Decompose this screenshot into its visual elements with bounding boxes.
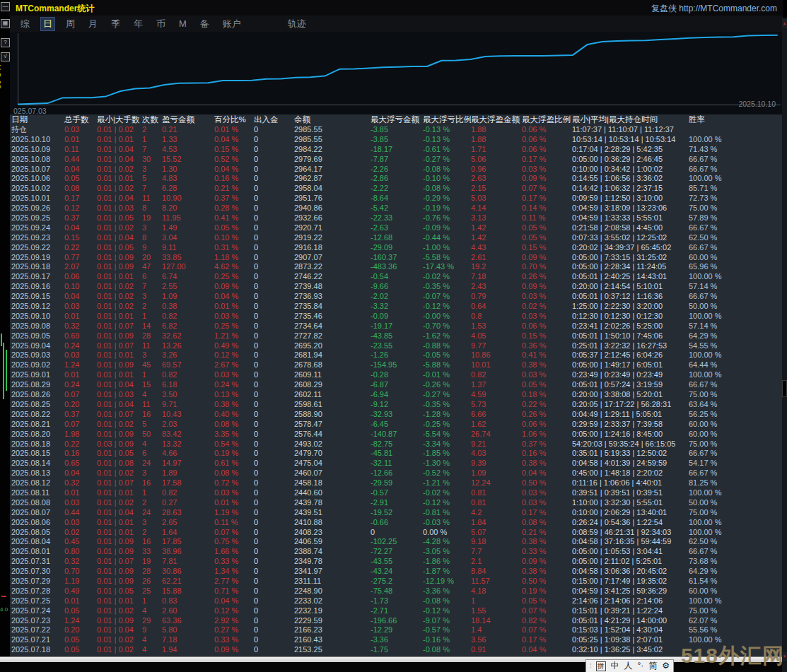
table-row[interactable]: 2025.10.070.040.01 | 0.0231.300.04 %0296… (10, 165, 783, 175)
scrollbar-thumb[interactable] (782, 380, 787, 397)
table-row[interactable]: 2025.08.110.010.01 | 0.0110.820.03 %0244… (10, 488, 783, 498)
table-row[interactable]: 2025.09.120.030.01 | 0.0220.380.01 %0273… (10, 302, 783, 312)
table-row[interactable]: 2025.09.100.010.01 | 0.0110.820.03 %0273… (10, 312, 783, 322)
column-header[interactable]: 余额 (294, 114, 371, 125)
menu-item-M[interactable]: M (176, 18, 190, 30)
column-header[interactable]: 出入金 (254, 114, 294, 125)
column-header[interactable]: 百分比% (214, 114, 254, 125)
ime-pinyin-icon[interactable]: 拼 (596, 661, 606, 671)
table-cell: 4.62 % (214, 262, 254, 272)
table-row[interactable]: 2025.10.010.170.01 | 0.041110.900.37 %02… (10, 194, 783, 204)
column-header[interactable]: 最大浮盈金额 (471, 114, 522, 125)
column-header[interactable]: 最小|平均|最大持仓时间 (572, 114, 689, 125)
table-row[interactable]: 2025.07.180.050.01 | 0.0241.940.09 %0215… (10, 645, 783, 655)
table-row[interactable]: 2025.07.210.050.01 | 0.0247.180.33 %0216… (10, 635, 783, 645)
help-gadget[interactable]: ? (1, 38, 10, 47)
ime-toolbar[interactable]: ⁞ 拼中人°·简⚙ (585, 659, 674, 672)
menu-item-周[interactable]: 周 (63, 17, 78, 31)
table-row[interactable]: 2025.08.050.020.01 | 0.0121.640.07 %0240… (10, 528, 783, 538)
table-row[interactable]: 2025.08.220.370.01 | 0.071610.430.40 %02… (10, 410, 783, 420)
table-row[interactable]: 2025.07.231.240.01 | 0.092963.362.92 %02… (10, 616, 783, 626)
table-row[interactable]: 2025.08.260.070.01 | 0.0343.500.13 %0260… (10, 390, 783, 400)
scroll-up-icon[interactable]: ▲ (782, 19, 787, 28)
menu-item-日[interactable]: 日 (40, 17, 55, 31)
table-row[interactable]: 2025.07.300.700.01 | 0.092830.861.34 %02… (10, 567, 783, 577)
table-row[interactable]: 2025.09.160.100.01 | 0.0272.550.09 %0273… (10, 282, 783, 292)
menu-item-币[interactable]: 币 (153, 17, 168, 31)
column-header[interactable]: 最大浮盈比例 (522, 114, 572, 125)
table-row[interactable]: 2025.08.180.220.03 | 0.09413.320.54 %024… (10, 440, 783, 449)
table-row[interactable]: 2025.08.040.450.01 | 0.091617.850.75 %02… (10, 537, 783, 547)
table-row[interactable]: 2025.07.291.190.01 | 0.092662.212.77 %02… (10, 577, 783, 586)
table-row[interactable]: 2025.09.190.770.01 | 0.092033.851.18 %02… (10, 253, 783, 263)
table-row[interactable]: 持仓0.030.01 | 0.0220.210.01 %02985.55-3.8… (10, 125, 783, 135)
column-header[interactable]: 盈亏金额 (162, 114, 214, 125)
table-row[interactable]: 2025.09.170.060.01 | 0.0166.740.25 %0274… (10, 272, 783, 282)
table-row[interactable]: 2025.07.220.200.01 | 0.0495.800.27 %0216… (10, 625, 783, 635)
table-row[interactable]: 2025.09.260.120.01 | 0.0388.200.28 %0294… (10, 204, 783, 213)
table-row[interactable]: 2025.08.120.320.01 | 0.071617.580.72 %02… (10, 478, 783, 488)
column-header[interactable]: 日期 (11, 114, 64, 125)
table-row[interactable]: 2025.07.310.320.01 | 0.07197.810.33 %023… (10, 557, 783, 567)
check-gadget[interactable]: √ (1, 52, 10, 61)
table-row[interactable]: 2025.08.140.650.01 | 0.082414.970.61 %02… (10, 459, 783, 468)
menu-item-轨迹[interactable]: 轨迹 (285, 17, 309, 31)
table-row[interactable]: 2025.09.230.150.01 | 0.0483.040.10 %0291… (10, 233, 783, 243)
column-header[interactable]: 最小|大手数 (97, 114, 142, 125)
table-row[interactable]: 2025.10.080.440.01 | 0.043015.520.52 %02… (10, 155, 783, 165)
table-row[interactable]: 2025.07.240.050.01 | 0.0242.600.12 %0223… (10, 606, 783, 616)
table-row[interactable]: 2025.08.201.980.01 | 0.095083.423.35 %02… (10, 430, 783, 440)
table-row[interactable]: 2025.09.050.690.01 | 0.092832.621.21 %02… (10, 331, 783, 341)
table-row[interactable]: 2025.08.060.030.01 | 0.0132.650.11 %0241… (10, 518, 783, 528)
table-cell: 2735.46 (294, 312, 371, 322)
table-cell: 50 (142, 430, 162, 440)
ime-simplified-icon[interactable]: 简 (648, 661, 657, 671)
table-row[interactable]: 2025.10.020.080.01 | 0.0276.280.21 %0295… (10, 184, 783, 194)
table-row[interactable]: 2025.08.010.800.01 | 0.093338.961.66 %02… (10, 547, 783, 557)
table-row[interactable]: 2025.08.150.160.01 | 0.0564.660.19 %0247… (10, 449, 783, 459)
table-row[interactable]: 2025.08.290.240.01 | 0.04156.180.24 %026… (10, 380, 783, 390)
ime-chinese-mode-icon[interactable]: 中 (611, 661, 619, 671)
table-row[interactable]: 2025.10.100.010.01 | 0.0111.330.04 %0298… (10, 135, 783, 145)
table-row[interactable]: 2025.09.040.240.01 | 0.071113.260.49 %02… (10, 341, 783, 351)
table-row[interactable]: 2025.09.030.030.01 | 0.0133.260.12 %0268… (10, 350, 783, 360)
table-row[interactable]: 2025.09.250.370.01 | 0.051911.950.41 %02… (10, 213, 783, 223)
scroll-down-icon[interactable]: ▼ (782, 652, 787, 661)
table-row[interactable]: 2025.07.250.010.01 | 0.0110.830.04 %0223… (10, 596, 783, 606)
column-header[interactable]: 最大浮亏金额 (371, 114, 423, 125)
minimize-gadget[interactable]: — (1, 2, 10, 11)
window-gadget[interactable]: ▦ (1, 19, 10, 28)
vertical-scrollbar[interactable]: ▲ ▼ (782, 18, 787, 672)
table-cell: -23.55 (371, 341, 423, 351)
table-row[interactable]: 2025.09.182.070.01 | 0.0947127.004.62 %0… (10, 262, 783, 272)
site-link[interactable]: 复盘侠 http://MTCommander.com (651, 3, 777, 15)
ime-shape-icon[interactable]: 人 (624, 661, 633, 671)
table-row[interactable]: 2025.08.250.200.01 | 0.04119.710.38 %025… (10, 400, 783, 410)
table-row[interactable]: 2025.08.080.030.01 | 0.0220.270.01 %0243… (10, 498, 783, 508)
table-row[interactable]: 2025.08.070.440.01 | 0.042428.631.19 %02… (10, 508, 783, 518)
menu-item-年[interactable]: 年 (131, 17, 146, 31)
ime-settings-icon[interactable]: ⚙ (662, 661, 670, 671)
column-header[interactable]: 胜率 (689, 114, 752, 125)
menu-item-账户[interactable]: 账户 (220, 17, 244, 31)
table-row[interactable]: 2025.09.150.040.01 | 0.0231.090.04 %0273… (10, 292, 783, 302)
column-header[interactable]: 次数 (142, 114, 162, 125)
table-row[interactable]: 2025.09.240.040.01 | 0.0231.490.05 %0292… (10, 223, 783, 233)
table-row[interactable]: 2025.10.090.110.01 | 0.0474.530.15 %0298… (10, 145, 783, 155)
column-header[interactable]: 最大浮亏比例 (423, 114, 471, 125)
table-row[interactable]: 2025.09.220.220.01 | 0.0599.110.31 %0291… (10, 243, 783, 253)
menu-item-备[interactable]: 备 (197, 17, 212, 31)
table-row[interactable]: 2025.08.130.040.01 | 0.0231.890.08 %0246… (10, 468, 783, 478)
menu-item-月[interactable]: 月 (86, 17, 100, 31)
menu-item-季[interactable]: 季 (108, 17, 123, 31)
ime-drag-handle-icon[interactable]: ⁞ (590, 661, 591, 671)
table-row[interactable]: 2025.08.210.070.01 | 0.0252.030.08 %0257… (10, 420, 783, 430)
table-row[interactable]: 2025.10.060.050.01 | 0.0154.830.16 %0296… (10, 174, 783, 184)
table-row[interactable]: 2025.09.080.320.01 | 0.07146.820.25 %027… (10, 322, 783, 331)
column-header[interactable]: 总手数 (64, 114, 97, 125)
ime-punctuation-icon[interactable]: °· (638, 661, 644, 671)
menu-item-综[interactable]: 综 (18, 17, 33, 31)
table-row[interactable]: 2025.07.280.490.01 | 0.052515.880.71 %02… (10, 586, 783, 596)
table-row[interactable]: 2025.09.021.240.01 | 0.094569.572.67 %02… (10, 360, 783, 370)
table-row[interactable]: 2025.09.010.010.01 | 0.0110.820.03 %0260… (10, 370, 783, 380)
